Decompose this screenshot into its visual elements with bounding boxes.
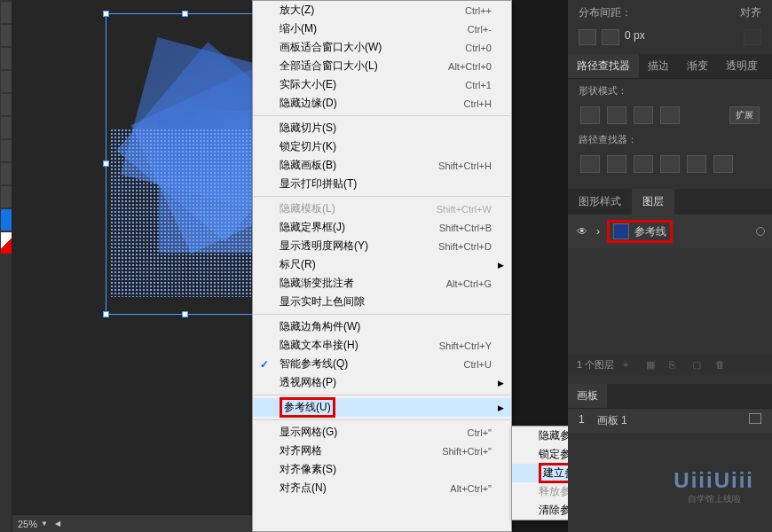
menu-item[interactable]: 透视网格(P)▶ xyxy=(253,373,511,392)
menu-item[interactable]: 对齐网格Shift+Ctrl+" xyxy=(253,442,511,460)
expand-button[interactable]: 扩展 xyxy=(729,106,760,124)
menu-item[interactable]: 隐藏切片(S) xyxy=(253,119,511,137)
menu-item[interactable]: 隐藏渐变批注者Alt+Ctrl+G xyxy=(253,274,511,293)
tab-pathfinder[interactable]: 路径查找器 xyxy=(568,54,639,78)
distribute-label: 分布间距： xyxy=(579,5,632,20)
menu-shortcut: Ctrl+1 xyxy=(465,80,492,90)
outline-icon[interactable] xyxy=(687,155,706,173)
menu-item-label: 缩小(M) xyxy=(280,21,468,36)
tool-item[interactable] xyxy=(1,163,12,184)
menu-shortcut: Ctrl+U xyxy=(464,359,492,370)
status-bar: 25% ▼ ◀ xyxy=(12,514,252,532)
new-icon[interactable]: ▢ xyxy=(692,359,706,372)
divide-icon[interactable] xyxy=(580,155,600,173)
tab-transparency[interactable]: 透明度 xyxy=(717,54,767,78)
target-icon[interactable] xyxy=(756,227,765,236)
pathfinder-tabs: 路径查找器 描边 渐变 透明度 xyxy=(568,54,772,79)
layer-thumbnail xyxy=(613,223,629,239)
menu-item[interactable]: 参考线(U)▶ xyxy=(253,398,511,417)
menu-item[interactable]: 显示透明度网格(Y)Shift+Ctrl+D xyxy=(253,237,511,255)
menu-shortcut: Ctrl+H xyxy=(464,98,492,109)
menu-item-label: 隐藏边角构件(W) xyxy=(280,319,492,334)
watermark-subtitle: 自学馆上线啦 xyxy=(674,493,754,505)
tool-item[interactable] xyxy=(1,140,12,161)
menu-shortcut: Shift+Ctrl+H xyxy=(438,160,492,171)
artboard-name[interactable]: 画板 1 xyxy=(597,413,627,428)
tool-item[interactable] xyxy=(1,94,12,115)
menu-shortcut: Shift+Ctrl+W xyxy=(437,204,492,215)
locate-icon[interactable]: ⌖ xyxy=(623,359,637,372)
menu-item-label: 放大(Z) xyxy=(280,3,465,18)
artboard-options-icon[interactable] xyxy=(749,413,761,424)
submenu-arrow-icon: ▶ xyxy=(498,261,504,270)
tool-fill[interactable] xyxy=(1,209,12,231)
menu-item-label: 隐藏边缘(D) xyxy=(280,96,464,111)
delete-layer-icon[interactable]: 🗑 xyxy=(715,359,729,372)
trim-icon[interactable] xyxy=(607,155,626,173)
menu-item[interactable]: 显示网格(G)Ctrl+" xyxy=(253,423,511,442)
minus-front-icon[interactable] xyxy=(607,106,626,124)
tab-graphic-styles[interactable]: 图形样式 xyxy=(568,189,632,215)
tab-stroke[interactable]: 描边 xyxy=(639,54,678,78)
zoom-level[interactable]: 25% xyxy=(18,519,37,529)
tab-layers[interactable]: 图层 xyxy=(632,189,674,215)
merge-icon[interactable] xyxy=(634,155,653,173)
menu-item-label: 显示打印拼贴(T) xyxy=(280,176,492,192)
menu-item[interactable]: 缩小(M)Ctrl+- xyxy=(253,20,511,38)
menu-item-label: 隐藏模板(L) xyxy=(280,201,437,216)
spacing-value[interactable]: 0 px xyxy=(625,29,645,45)
menu-item[interactable]: 隐藏边缘(D)Ctrl+H xyxy=(253,94,511,113)
menu-item[interactable]: 隐藏定界框(J)Shift+Ctrl+B xyxy=(253,218,511,237)
selection-bounding-box[interactable] xyxy=(106,13,265,315)
tool-item[interactable] xyxy=(1,71,12,92)
intersect-icon[interactable] xyxy=(634,106,653,124)
canvas[interactable] xyxy=(12,0,252,514)
menu-shortcut: Shift+Ctrl+D xyxy=(438,241,492,252)
prev-icon[interactable]: ◀ xyxy=(55,520,60,528)
menu-item[interactable]: 锁定切片(K) xyxy=(253,137,511,156)
menu-shortcut: Ctrl+0 xyxy=(465,43,492,53)
tool-item[interactable] xyxy=(1,186,12,207)
menu-item[interactable]: 对齐点(N)Alt+Ctrl+" xyxy=(253,479,511,497)
menu-item[interactable]: 隐藏边角构件(W) xyxy=(253,317,511,336)
expand-arrow-icon[interactable]: › xyxy=(596,225,600,238)
menu-item[interactable]: 显示打印拼贴(T) xyxy=(253,175,511,193)
visibility-icon[interactable]: 👁 xyxy=(575,225,589,238)
menu-item[interactable]: 标尺(R)▶ xyxy=(253,255,511,274)
distribute-icon[interactable] xyxy=(579,29,596,45)
tab-gradient[interactable]: 渐变 xyxy=(678,54,717,78)
distribute-icon[interactable] xyxy=(602,29,619,45)
tool-item[interactable] xyxy=(1,48,12,69)
align-to-icon[interactable] xyxy=(744,29,761,45)
artboard-row[interactable]: 1 画板 1 xyxy=(568,409,772,433)
menu-item[interactable]: 放大(Z)Ctrl++ xyxy=(253,1,511,20)
exclude-icon[interactable] xyxy=(660,106,680,124)
menu-item: 隐藏模板(L)Shift+Ctrl+W xyxy=(253,200,511,218)
zoom-dropdown-icon[interactable]: ▼ xyxy=(41,520,48,528)
tool-item[interactable] xyxy=(1,2,12,23)
menu-item[interactable]: 画板适合窗口大小(W)Ctrl+0 xyxy=(253,38,511,57)
menu-item[interactable]: 隐藏文本串接(H)Shift+Ctrl+Y xyxy=(253,336,511,355)
watermark-logo: UiiiUiii xyxy=(674,468,754,493)
menu-item[interactable]: 全部适合窗口大小(L)Alt+Ctrl+0 xyxy=(253,57,511,75)
tool-item[interactable] xyxy=(1,25,12,46)
layer-row[interactable]: 👁 › 参考线 xyxy=(568,215,772,248)
menu-item-label: 隐藏切片(S) xyxy=(280,121,492,136)
menu-item[interactable]: 隐藏画板(B)Shift+Ctrl+H xyxy=(253,156,511,175)
minus-back-icon[interactable] xyxy=(713,155,733,173)
check-icon: ✓ xyxy=(260,358,269,371)
tab-artboards[interactable]: 画板 xyxy=(568,384,607,408)
crop-icon[interactable] xyxy=(660,155,680,173)
menu-item[interactable]: 对齐像素(S) xyxy=(253,460,511,479)
new-sublayer-icon[interactable]: ▦ xyxy=(646,359,660,372)
menu-item[interactable]: ✓智能参考线(Q)Ctrl+U xyxy=(253,355,511,373)
tool-item[interactable] xyxy=(1,117,12,138)
tool-stroke[interactable] xyxy=(1,232,12,254)
menu-item-label: 显示实时上色间隙 xyxy=(280,294,492,309)
menu-item-label: 对齐网格 xyxy=(280,443,442,458)
menu-item[interactable]: 显示实时上色间隙 xyxy=(253,293,511,311)
unite-icon[interactable] xyxy=(580,106,600,124)
menu-item[interactable]: 实际大小(E)Ctrl+1 xyxy=(253,75,511,94)
layer-name[interactable]: 参考线 xyxy=(634,224,666,239)
new-layer-icon[interactable]: ⎘ xyxy=(669,359,683,372)
